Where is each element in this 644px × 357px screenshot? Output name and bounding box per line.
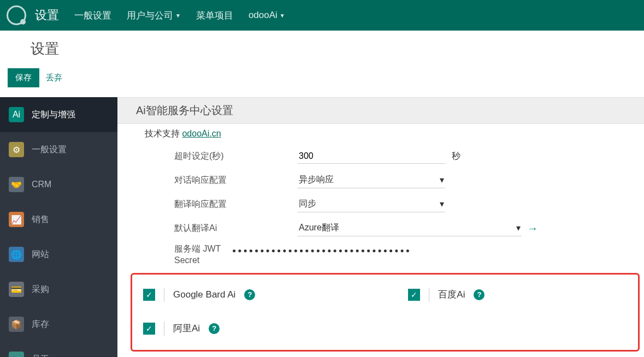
tech-support: 技术支持 odooAi.cn — [145, 128, 625, 140]
arrow-right-icon[interactable]: → — [527, 222, 538, 235]
trans-resp-label: 翻译响应配置 — [145, 199, 298, 210]
highlight-box: ✓ Google Bard Ai ? ✓ 百度Ai ? ✓ 阿里Ai ? — [131, 273, 640, 352]
check-label-baidu: 百度Ai — [438, 288, 465, 301]
jwt-label: 服务端 JWT Secret — [145, 243, 232, 266]
page-title: 设置 — [31, 39, 644, 58]
chat-resp-label: 对话响应配置 — [145, 175, 298, 186]
chart-icon: 📈 — [9, 212, 24, 227]
sidebar-item-employees[interactable]: 👥员工 — [0, 342, 117, 357]
caret-down-icon: ▼ — [280, 13, 285, 19]
default-trans-label: 默认翻译Ai — [145, 223, 298, 234]
default-trans-select[interactable]: Azure翻译 ▾ — [298, 220, 522, 236]
divider — [164, 288, 164, 302]
check-row-2: ✓ 阿里Ai ? — [143, 322, 627, 336]
nav-items: 一般设置 用户与公司▼ 菜单项目 odooAi▼ — [74, 9, 285, 22]
caret-down-icon: ▾ — [440, 199, 444, 209]
sidebar: Ai定制与增强 ⚙一般设置 🤝CRM 📈销售 🌐网站 💳采购 📦库存 👥员工 — [0, 97, 117, 357]
sidebar-item-website[interactable]: 🌐网站 — [0, 237, 117, 272]
chat-resp-select[interactable]: 异步响应 ▾ — [298, 172, 445, 188]
handshake-icon: 🤝 — [9, 177, 24, 192]
form-area: 技术支持 odooAi.cn 超时设定(秒) 秒 对话响应配置 异步响应 ▾ 翻… — [117, 124, 644, 266]
check-icon: ✓ — [411, 290, 417, 299]
check-icon: ✓ — [146, 290, 152, 299]
sidebar-item-customize[interactable]: Ai定制与增强 — [0, 97, 117, 132]
app-title: 设置 — [35, 7, 59, 23]
caret-down-icon: ▼ — [175, 13, 181, 19]
nav-item-odooai[interactable]: odooAi▼ — [249, 9, 285, 22]
checkbox-google[interactable]: ✓ — [143, 289, 155, 301]
sidebar-item-inventory[interactable]: 📦库存 — [0, 307, 117, 342]
save-button[interactable]: 保存 — [8, 68, 39, 87]
globe-icon: 🌐 — [9, 247, 24, 262]
box-icon: 📦 — [9, 317, 24, 332]
discard-button[interactable]: 丢弃 — [46, 73, 62, 83]
help-icon[interactable]: ? — [244, 289, 255, 300]
people-icon: 👥 — [9, 352, 24, 357]
logo-icon[interactable] — [7, 5, 26, 25]
check-icon: ✓ — [146, 324, 152, 333]
top-nav: 设置 一般设置 用户与公司▼ 菜单项目 odooAi▼ — [0, 0, 644, 31]
check-item-ali: ✓ 阿里Ai ? — [143, 322, 220, 336]
check-item-baidu: ✓ 百度Ai ? — [408, 288, 485, 302]
help-icon[interactable]: ? — [474, 289, 485, 300]
content: Ai智能服务中心设置 技术支持 odooAi.cn 超时设定(秒) 秒 对话响应… — [117, 97, 644, 357]
divider — [429, 288, 429, 302]
jwt-value[interactable]: ●●●●●●●●●●●●●●●●●●●●●●●●●●●●●●●● — [232, 243, 411, 254]
caret-down-icon: ▾ — [440, 175, 444, 185]
sidebar-item-crm[interactable]: 🤝CRM — [0, 167, 117, 202]
ai-icon: Ai — [9, 107, 24, 122]
nav-item-menu[interactable]: 菜单项目 — [196, 9, 233, 22]
tech-link[interactable]: odooAi.cn — [182, 129, 221, 138]
caret-down-icon: ▾ — [516, 223, 521, 233]
nav-item-general[interactable]: 一般设置 — [74, 9, 111, 22]
timeout-unit: 秒 — [452, 151, 460, 162]
checkbox-ali[interactable]: ✓ — [143, 323, 155, 335]
section-title: Ai智能服务中心设置 — [117, 97, 644, 124]
row-jwt: 服务端 JWT Secret ●●●●●●●●●●●●●●●●●●●●●●●●●… — [145, 243, 625, 266]
divider — [164, 322, 164, 336]
check-item-google: ✓ Google Bard Ai ? — [143, 288, 255, 302]
sidebar-item-purchase[interactable]: 💳采购 — [0, 272, 117, 307]
help-icon[interactable]: ? — [209, 323, 220, 334]
check-label-google: Google Bard Ai — [173, 289, 235, 300]
card-icon: 💳 — [9, 282, 24, 297]
action-row: 保存 丢弃 — [31, 68, 644, 87]
row-timeout: 超时设定(秒) 秒 — [145, 147, 625, 165]
trans-resp-select[interactable]: 同步 ▾ — [298, 196, 445, 212]
timeout-label: 超时设定(秒) — [145, 151, 298, 162]
row-default-trans: 默认翻译Ai Azure翻译 ▾ → — [145, 219, 625, 237]
checkbox-baidu[interactable]: ✓ — [408, 289, 420, 301]
check-row-1: ✓ Google Bard Ai ? ✓ 百度Ai ? — [143, 288, 627, 302]
check-label-ali: 阿里Ai — [173, 322, 200, 335]
sidebar-item-general[interactable]: ⚙一般设置 — [0, 132, 117, 167]
gear-icon: ⚙ — [9, 142, 24, 157]
sidebar-item-sales[interactable]: 📈销售 — [0, 202, 117, 237]
main-area: Ai定制与增强 ⚙一般设置 🤝CRM 📈销售 🌐网站 💳采购 📦库存 👥员工 A… — [0, 97, 644, 357]
timeout-input[interactable] — [298, 149, 445, 164]
nav-item-users[interactable]: 用户与公司▼ — [127, 9, 181, 22]
row-trans-resp: 翻译响应配置 同步 ▾ — [145, 195, 625, 213]
sub-header: 设置 保存 丢弃 — [0, 31, 644, 87]
row-chat-resp: 对话响应配置 异步响应 ▾ — [145, 171, 625, 189]
